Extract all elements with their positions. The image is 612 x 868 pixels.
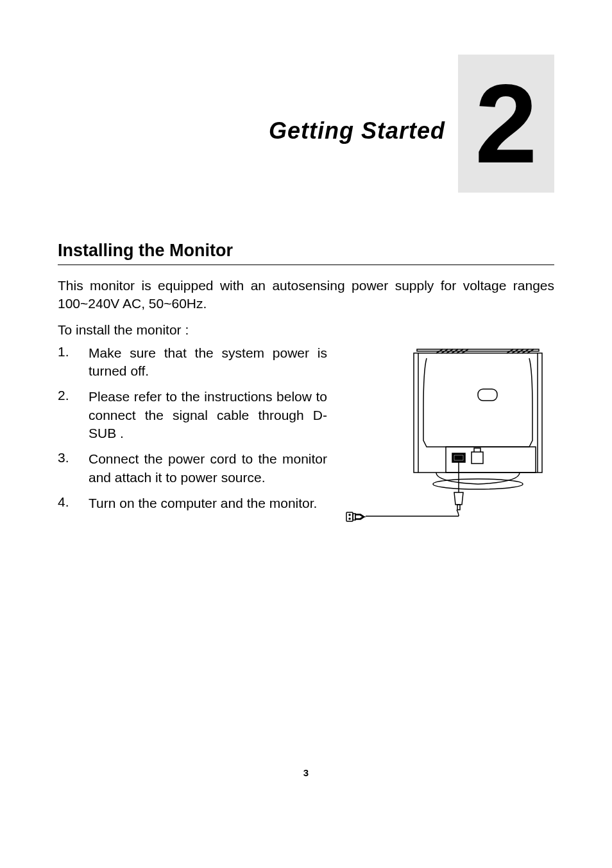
svg-rect-12: [478, 389, 497, 401]
chapter-number: 2: [475, 67, 537, 180]
step-text: Please refer to the instructions below t…: [89, 388, 327, 442]
chapter-title: Getting Started: [269, 117, 445, 144]
step-number: 3.: [58, 450, 89, 487]
step-text: Connect the power cord to the monitor an…: [89, 450, 327, 487]
list-item: 2. Please refer to the instructions belo…: [58, 388, 327, 442]
lead-paragraph: To install the monitor :: [58, 322, 554, 338]
intro-paragraph: This monitor is equipped with an autosen…: [58, 277, 554, 313]
svg-point-23: [349, 514, 350, 516]
list-item: 3. Connect the power cord to the monitor…: [58, 450, 327, 487]
svg-point-24: [349, 518, 350, 519]
svg-rect-17: [472, 452, 483, 464]
list-item: 4. Turn on the computer and the monitor.: [58, 494, 327, 512]
monitor-diagram: [340, 344, 554, 530]
page-number: 3: [0, 767, 612, 778]
chapter-number-box: 2: [458, 55, 554, 193]
svg-rect-16: [455, 456, 463, 460]
section-heading: Installing the Monitor: [58, 241, 554, 261]
svg-rect-22: [346, 512, 353, 521]
step-number: 4.: [58, 494, 89, 512]
section-underline: [58, 265, 554, 265]
steps-list: 1. Make sure that the system power is tu…: [58, 344, 327, 513]
list-item: 1. Make sure that the system power is tu…: [58, 344, 327, 381]
step-number: 1.: [58, 344, 89, 381]
step-text: Turn on the computer and the monitor.: [89, 494, 327, 512]
step-number: 2.: [58, 388, 89, 442]
step-text: Make sure that the system power is turne…: [89, 344, 327, 381]
